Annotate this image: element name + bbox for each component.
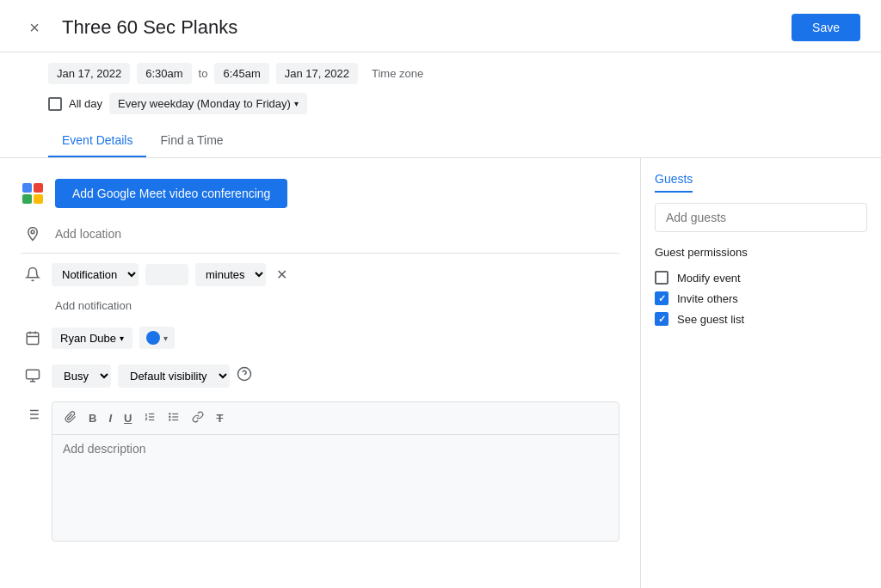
calendar-icon <box>21 326 45 350</box>
svg-point-4 <box>31 230 34 234</box>
attachment-button[interactable] <box>59 407 82 429</box>
app-container: × Three 60 Sec Planks Save Jan 17, 2022 … <box>0 0 881 588</box>
description-icon <box>21 401 45 422</box>
status-row: Busy Default visibility <box>21 357 619 395</box>
guest-permissions-title: Guest permissions <box>655 246 867 259</box>
description-row: B I U T <box>21 395 619 548</box>
svg-point-26 <box>169 413 170 414</box>
calendar-row: Ryan Dube ▾ <box>21 319 619 357</box>
notification-icon <box>21 262 45 286</box>
description-editor: B I U T <box>52 401 619 542</box>
bold-button[interactable]: B <box>83 408 102 428</box>
guests-title: Guests <box>655 172 693 193</box>
svg-rect-9 <box>27 370 40 379</box>
meet-icon <box>21 181 45 205</box>
underline-button[interactable]: U <box>119 408 137 428</box>
svg-rect-5 <box>27 333 39 345</box>
close-button[interactable]: × <box>21 14 48 41</box>
to-label: to <box>199 67 208 80</box>
notification-type-select[interactable]: Notification <box>52 263 139 286</box>
svg-point-27 <box>169 416 170 417</box>
add-guests-input[interactable] <box>655 203 867 232</box>
location-icon <box>21 222 45 246</box>
right-panel: Guests Guest permissions Modify event In… <box>640 158 881 588</box>
remove-notification-button[interactable]: ✕ <box>273 263 291 286</box>
left-panel: Add Google Meet video conferencing Notif… <box>0 158 640 588</box>
event-title: Three 60 Sec Planks <box>62 16 778 39</box>
calendar-color-circle <box>146 331 160 345</box>
meet-row: Add Google Meet video conferencing <box>21 172 619 215</box>
svg-rect-1 <box>34 183 43 193</box>
svg-rect-0 <box>22 183 32 193</box>
permission-see-guest-row: See guest list <box>655 309 867 329</box>
modify-event-label: Modify event <box>677 272 741 285</box>
notification-unit-select[interactable]: minutes <box>195 263 266 286</box>
start-time-button[interactable]: 6:30am <box>137 63 191 84</box>
description-textarea[interactable] <box>52 435 619 538</box>
status-icon <box>21 364 45 388</box>
recurrence-button[interactable]: Every weekday (Monday to Friday) <box>109 93 307 114</box>
svg-rect-3 <box>34 194 43 204</box>
notification-row: Notification 0 minutes ✕ <box>21 254 619 295</box>
chevron-down-icon: ▾ <box>163 334 168 343</box>
main-content: Add Google Meet video conferencing Notif… <box>0 158 881 588</box>
invite-others-checkbox[interactable] <box>655 291 668 305</box>
end-time-button[interactable]: 6:45am <box>214 63 268 84</box>
busy-status-select[interactable]: Busy <box>52 364 111 388</box>
start-date-button[interactable]: Jan 17, 2022 <box>48 63 130 84</box>
see-guest-list-label: See guest list <box>677 313 744 326</box>
modify-event-checkbox[interactable] <box>655 271 668 285</box>
end-date-button[interactable]: Jan 17, 2022 <box>276 63 358 84</box>
guests-section: Guests Guest permissions Modify event In… <box>655 172 867 329</box>
permission-invite-row: Invite others <box>655 288 867 309</box>
ordered-list-button[interactable] <box>139 407 161 429</box>
location-input[interactable] <box>55 227 619 241</box>
see-guest-list-checkbox[interactable] <box>655 312 668 326</box>
tabs-row: Event Details Find a Time <box>0 125 881 158</box>
invite-others-label: Invite others <box>677 292 738 305</box>
notification-value-input[interactable]: 0 <box>145 264 188 285</box>
calendar-color-button[interactable]: ▾ <box>139 327 175 349</box>
allday-checkbox[interactable] <box>48 97 62 111</box>
italic-button[interactable]: I <box>103 408 117 428</box>
link-button[interactable] <box>187 407 209 429</box>
timezone-button[interactable]: Time zone <box>365 63 430 84</box>
add-notification-row: Add notification <box>21 295 619 319</box>
visibility-select[interactable]: Default visibility <box>118 364 230 388</box>
datetime-row: Jan 17, 2022 6:30am to 6:45am Jan 17, 20… <box>0 56 881 88</box>
unordered-list-button[interactable] <box>163 407 185 429</box>
save-button[interactable]: Save <box>792 14 860 41</box>
add-notification-button[interactable]: Add notification <box>55 299 132 312</box>
location-row <box>21 215 619 254</box>
add-meet-button[interactable]: Add Google Meet video conferencing <box>55 179 287 208</box>
permission-modify-row: Modify event <box>655 267 867 288</box>
tab-find-time[interactable]: Find a Time <box>146 125 237 157</box>
allday-label: All day <box>69 97 102 110</box>
allday-row: All day Every weekday (Monday to Friday) <box>0 88 881 125</box>
tab-event-details[interactable]: Event Details <box>48 125 146 157</box>
svg-rect-2 <box>22 194 32 204</box>
description-toolbar: B I U T <box>52 402 619 435</box>
svg-point-28 <box>169 420 170 420</box>
remove-format-button[interactable]: T <box>211 408 228 428</box>
header: × Three 60 Sec Planks Save <box>0 0 881 48</box>
help-button[interactable] <box>237 366 252 385</box>
calendar-owner-button[interactable]: Ryan Dube <box>52 328 132 349</box>
